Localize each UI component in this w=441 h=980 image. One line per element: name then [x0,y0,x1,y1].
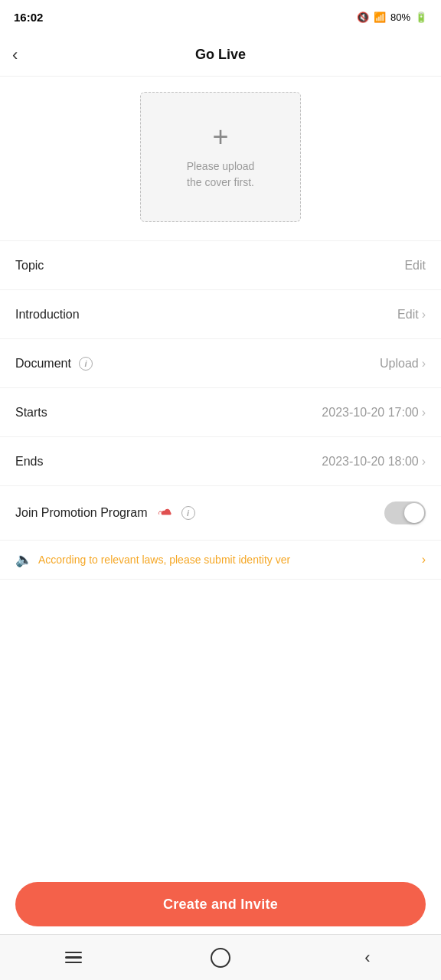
cover-upload-text: Please uploadthe cover first. [187,158,255,191]
nav-home-button[interactable] [198,942,243,973]
promotion-text: Join Promotion Program [15,506,148,520]
nav-menu-button[interactable] [51,942,96,973]
ends-label: Ends [15,455,43,469]
status-time: 16:02 [14,11,43,24]
document-chevron-icon: › [422,357,426,371]
status-bar: 16:02 🔇 📶 80% 🔋 [0,0,441,34]
promotion-info-icon[interactable]: i [181,506,195,520]
cover-plus-icon: + [212,123,228,151]
topic-edit[interactable]: Edit [404,259,426,273]
page-header: ‹ Go Live [0,34,441,77]
document-info-icon[interactable]: i [79,357,93,371]
starts-value: 2023-10-20 17:00 [322,406,418,420]
introduction-edit[interactable]: Edit › [397,308,426,322]
ends-value-container[interactable]: 2023-10-20 18:00 › [322,455,426,469]
alert-row[interactable]: 🔈 According to relevant laws, please sub… [0,541,441,580]
battery-icon: 🔋 [415,11,427,23]
home-icon [211,948,230,968]
alert-speaker-icon: 🔈 [15,551,32,568]
document-row[interactable]: Document i Upload › [0,339,441,388]
document-action: Upload [380,357,419,371]
topic-action: Edit [404,259,426,273]
topic-label: Topic [15,259,44,273]
promotion-row: Join Promotion Program i [0,486,441,541]
introduction-chevron-icon: › [422,308,426,322]
alert-chevron-icon: › [422,553,426,567]
wifi-icon: 📶 [374,11,386,23]
ends-chevron-icon: › [422,455,426,469]
toggle-knob [404,503,424,523]
promotion-toggle[interactable] [384,501,426,524]
menu-icon [65,952,82,964]
starts-label: Starts [15,406,47,420]
page-title: Go Live [195,47,246,63]
back-arrow-icon: ‹ [364,948,370,968]
topic-row[interactable]: Topic Edit [0,241,441,290]
starts-row[interactable]: Starts 2023-10-20 17:00 › [0,388,441,437]
document-label: Document i [15,357,93,371]
back-button[interactable]: ‹ [12,45,18,65]
page-content: + Please uploadthe cover first. Topic Ed… [0,77,441,980]
introduction-label: Introduction [15,308,80,322]
starts-value-container[interactable]: 2023-10-20 17:00 › [322,406,426,420]
promotion-label: Join Promotion Program i [15,506,195,520]
create-and-invite-button[interactable]: Create and Invite [15,882,426,926]
cover-upload-container: + Please uploadthe cover first. [0,92,441,240]
form-section: Topic Edit Introduction Edit › Document … [0,240,441,580]
mute-icon: 🔇 [357,11,369,23]
starts-chevron-icon: › [422,406,426,420]
battery-indicator: 80% [390,11,410,23]
cover-upload-button[interactable]: + Please uploadthe cover first. [140,92,301,222]
introduction-row[interactable]: Introduction Edit › [0,290,441,339]
status-icons: 🔇 📶 80% 🔋 [357,11,427,23]
nav-back-button[interactable]: ‹ [345,942,390,973]
introduction-action: Edit [397,308,419,322]
cloud-icon [157,507,174,519]
alert-text: According to relevant laws, please submi… [38,554,416,566]
nav-bar: ‹ [0,934,441,980]
bottom-button-container: Create and Invite [0,874,441,934]
document-upload[interactable]: Upload › [380,357,426,371]
ends-row[interactable]: Ends 2023-10-20 18:00 › [0,437,441,486]
ends-value: 2023-10-20 18:00 [322,455,418,469]
